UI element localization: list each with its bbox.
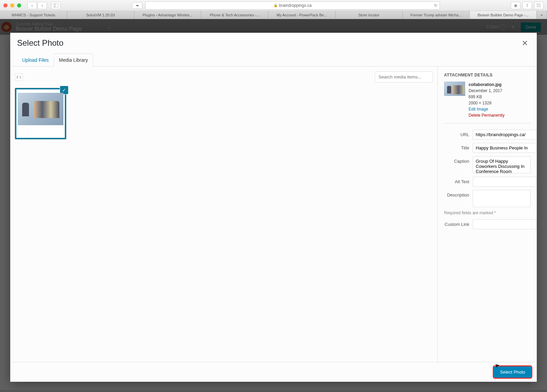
svg-rect-0: [54, 3, 58, 8]
media-toolbar: /↕: [15, 71, 433, 83]
filename: collaboration.jpg: [469, 82, 504, 88]
field-row-description: Description: [444, 190, 531, 207]
sidebar-toggle-button[interactable]: [51, 2, 61, 9]
reload-icon[interactable]: ↻: [434, 3, 438, 8]
modal-footer: Select Photo: [10, 362, 537, 382]
nav-buttons: ‹ ›: [27, 2, 47, 9]
chevron-up-down-icon: ↕: [19, 75, 21, 79]
browser-tab[interactable]: Store locator: [336, 11, 403, 19]
back-button[interactable]: ‹: [27, 2, 37, 9]
modal-title: Select Photo: [17, 38, 63, 48]
file-size: 695 KB: [469, 94, 504, 100]
browser-tab[interactable]: Beaver Builder Demo Page -...: [470, 11, 537, 19]
media-thumbnail[interactable]: ✓: [15, 88, 66, 139]
alt-field[interactable]: [473, 177, 536, 187]
toolbar-right: ◉ ⇪ ⿻: [511, 2, 544, 9]
browser-tab[interactable]: Phone & Tech Accessories -...: [201, 11, 268, 19]
browser-tab[interactable]: SolusVM 1.20.03: [67, 11, 134, 19]
file-date: December 1, 2017: [469, 88, 504, 94]
url-bar[interactable]: ••• 🔒 braindroppings.ca ↻: [145, 1, 440, 10]
browser-tab[interactable]: Plugins ‹ Advantage Wireles...: [134, 11, 202, 19]
share-icon[interactable]: ⇪: [522, 2, 532, 9]
delete-link[interactable]: Delete Permanently: [469, 112, 504, 118]
modal-body: /↕ ✓ ATTACHMENT DETAILS collaboration.jp…: [10, 67, 537, 362]
field-row-caption: Caption Group Of Happy Coworkers Discuss…: [444, 156, 531, 173]
search-input[interactable]: [375, 71, 433, 83]
browser-toolbar: ‹ › ••• 🔒 braindroppings.ca ↻ ◉ ⇪ ⿻: [0, 0, 547, 11]
window-controls: [3, 3, 21, 8]
forward-button[interactable]: ›: [38, 2, 47, 9]
field-row-title: Title: [444, 143, 531, 153]
new-tab-button[interactable]: +: [537, 11, 547, 19]
details-heading: ATTACHMENT DETAILS: [444, 73, 531, 77]
details-summary: collaboration.jpg December 1, 2017 695 K…: [444, 82, 531, 124]
required-note: Required fields are marked *: [444, 210, 531, 215]
tabs-icon[interactable]: ⿻: [534, 2, 544, 9]
url-field[interactable]: [473, 130, 536, 140]
maximize-window-button[interactable]: [17, 3, 21, 8]
file-dimensions: 2000 × 1328: [469, 100, 504, 106]
browser-tab[interactable]: WHMCS - Support Tickets: [0, 11, 67, 19]
browser-tab[interactable]: My Account - PowerPack Be...: [268, 11, 336, 19]
url-text: braindroppings.ca: [279, 3, 311, 8]
window-bottom-edge: [0, 390, 547, 392]
label-url: URL: [444, 130, 473, 137]
caption-field[interactable]: Group Of Happy Coworkers Discussing In C…: [473, 156, 531, 173]
select-photo-modal: Select Photo ✕ Upload Files Media Librar…: [10, 33, 537, 382]
date-filter-select[interactable]: /↕: [15, 73, 23, 81]
custom-link-field[interactable]: [473, 219, 536, 229]
tab-upload-files[interactable]: Upload Files: [17, 54, 54, 67]
thumbnail-image: [18, 93, 63, 125]
label-caption: Caption: [444, 156, 473, 164]
field-row-alt: Alt Text: [444, 177, 531, 187]
label-description: Description: [444, 190, 473, 198]
details-meta: collaboration.jpg December 1, 2017 695 K…: [469, 82, 504, 118]
media-grid-area: /↕ ✓: [10, 67, 438, 362]
details-thumbnail: [444, 82, 465, 96]
download-icon[interactable]: ◉: [511, 2, 520, 9]
reader-button[interactable]: •••: [132, 2, 142, 9]
label-alt: Alt Text: [444, 177, 473, 184]
label-custom-link: Custom Link: [444, 219, 473, 227]
minimize-window-button[interactable]: [10, 3, 14, 8]
edit-image-link[interactable]: Edit Image: [469, 106, 504, 112]
lock-icon: 🔒: [274, 3, 278, 7]
title-field[interactable]: [473, 143, 536, 153]
label-title: Title: [444, 143, 473, 150]
select-photo-button[interactable]: Select Photo: [494, 366, 531, 378]
modal-header: Select Photo ✕: [10, 33, 537, 52]
browser-tab-bar: WHMCS - Support Tickets SolusVM 1.20.03 …: [0, 11, 547, 19]
thumbnail-grid: ✓: [15, 88, 433, 139]
field-row-custom-link: Custom Link: [444, 219, 531, 229]
browser-tab[interactable]: Former Trump adviser Micha...: [403, 11, 470, 19]
attachment-details-panel: ATTACHMENT DETAILS collaboration.jpg Dec…: [438, 67, 537, 362]
modal-tabs: Upload Files Media Library: [10, 53, 537, 67]
field-row-url: URL: [444, 130, 531, 140]
close-window-button[interactable]: [3, 3, 8, 8]
description-field[interactable]: [473, 190, 531, 207]
tab-media-library[interactable]: Media Library: [54, 54, 93, 67]
close-icon[interactable]: ✕: [520, 38, 530, 48]
